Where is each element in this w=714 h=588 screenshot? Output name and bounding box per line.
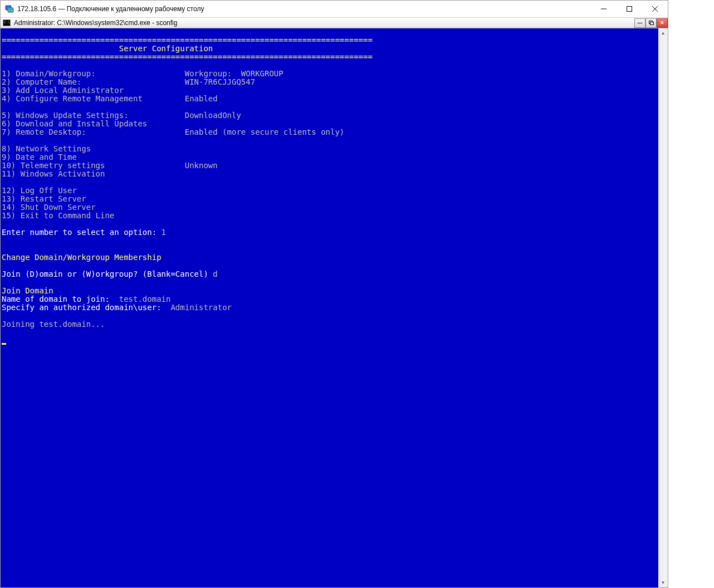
cmd-window-controls: — ✕	[634, 18, 668, 28]
maximize-button[interactable]	[617, 1, 642, 17]
cmd-minimize-button[interactable]: —	[634, 18, 645, 28]
rdp-title: 172.18.105.6 — Подключение к удаленному …	[17, 5, 591, 13]
rdp-window: 172.18.105.6 — Подключение к удаленному …	[0, 0, 668, 588]
rdp-titlebar[interactable]: 172.18.105.6 — Подключение к удаленному …	[1, 1, 668, 17]
close-button[interactable]	[642, 1, 668, 17]
cmd-titlebar[interactable]: Administrator: C:\Windows\system32\cmd.e…	[1, 18, 668, 28]
vertical-scrollbar[interactable]: ▲ ▼	[658, 28, 668, 587]
window-controls	[591, 1, 668, 17]
scroll-track[interactable]	[658, 38, 668, 578]
cmd-client-area: ========================================…	[1, 28, 668, 587]
rdp-icon	[5, 4, 14, 13]
svg-point-2	[11, 9, 13, 12]
cursor	[2, 343, 6, 345]
scroll-up-button[interactable]: ▲	[658, 28, 668, 38]
svg-rect-4	[627, 7, 632, 12]
console-output[interactable]: ========================================…	[1, 36, 658, 580]
cmd-maximize-button[interactable]	[645, 18, 657, 28]
svg-rect-8	[650, 22, 653, 25]
cmd-window: Administrator: C:\Windows\system32\cmd.e…	[1, 17, 668, 587]
scroll-down-button[interactable]: ▼	[658, 578, 668, 587]
cmd-title: Administrator: C:\Windows\system32\cmd.e…	[14, 19, 634, 27]
minimize-button[interactable]	[591, 1, 617, 17]
cmd-close-button[interactable]: ✕	[657, 18, 668, 28]
cmd-icon	[3, 19, 11, 26]
